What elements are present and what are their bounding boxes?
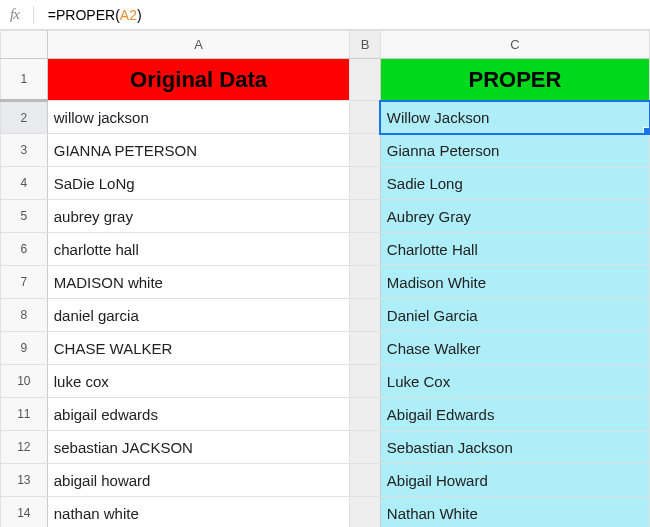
- row-header[interactable]: 1: [1, 59, 48, 101]
- table-row: 9 CHASE WALKER Chase Walker: [1, 332, 650, 365]
- table-row: 13 abigail howard Abigail Howard: [1, 464, 650, 497]
- cell-spacer[interactable]: [350, 134, 380, 167]
- table-row: 14 nathan white Nathan White: [1, 497, 650, 528]
- header-original-data[interactable]: Original Data: [47, 59, 350, 101]
- table-row: 2 willow jackson Willow Jackson: [1, 101, 650, 134]
- cell-spacer[interactable]: [350, 233, 380, 266]
- row-header[interactable]: 11: [1, 398, 48, 431]
- cell-original[interactable]: luke cox: [47, 365, 350, 398]
- cell-spacer[interactable]: [350, 299, 380, 332]
- cell-spacer[interactable]: [350, 431, 380, 464]
- row-header[interactable]: 8: [1, 299, 48, 332]
- spreadsheet-grid[interactable]: A B C 1 Original Data PROPER 2 willow ja…: [0, 30, 650, 527]
- cell-original[interactable]: willow jackson: [47, 101, 350, 134]
- formula-input[interactable]: =PROPER(A2): [48, 7, 142, 23]
- table-row: 5 aubrey gray Aubrey Gray: [1, 200, 650, 233]
- table-row: 3 GIANNA PETERSON Gianna Peterson: [1, 134, 650, 167]
- column-header-b[interactable]: B: [350, 31, 380, 59]
- table-row: 10 luke cox Luke Cox: [1, 365, 650, 398]
- table-row: 12 sebastian JACKSON Sebastian Jackson: [1, 431, 650, 464]
- formula-cell-ref: A2: [120, 7, 137, 23]
- row-header[interactable]: 13: [1, 464, 48, 497]
- table-row: 1 Original Data PROPER: [1, 59, 650, 101]
- cell-proper[interactable]: Abigail Edwards: [380, 398, 649, 431]
- row-header[interactable]: 10: [1, 365, 48, 398]
- cell-spacer[interactable]: [350, 200, 380, 233]
- cell-proper-selected[interactable]: Willow Jackson: [380, 101, 649, 134]
- cell-original[interactable]: charlotte hall: [47, 233, 350, 266]
- formula-suffix: ): [137, 7, 142, 23]
- cell-proper[interactable]: Sadie Long: [380, 167, 649, 200]
- row-header[interactable]: 5: [1, 200, 48, 233]
- table-row: 7 MADISON white Madison White: [1, 266, 650, 299]
- formula-bar[interactable]: fx =PROPER(A2): [0, 0, 650, 30]
- cell-spacer[interactable]: [350, 266, 380, 299]
- cell-original[interactable]: abigail howard: [47, 464, 350, 497]
- cell-proper[interactable]: Abigail Howard: [380, 464, 649, 497]
- table-row: 6 charlotte hall Charlotte Hall: [1, 233, 650, 266]
- cell-original[interactable]: daniel garcia: [47, 299, 350, 332]
- cell-original[interactable]: MADISON white: [47, 266, 350, 299]
- formula-prefix: =PROPER(: [48, 7, 120, 23]
- column-header-a[interactable]: A: [47, 31, 350, 59]
- cell-spacer[interactable]: [350, 167, 380, 200]
- cell-b1[interactable]: [350, 59, 380, 101]
- cell-proper[interactable]: Nathan White: [380, 497, 649, 528]
- cell-original[interactable]: nathan white: [47, 497, 350, 528]
- cell-spacer[interactable]: [350, 497, 380, 528]
- cell-original[interactable]: sebastian JACKSON: [47, 431, 350, 464]
- cell-original[interactable]: abigail edwards: [47, 398, 350, 431]
- column-header-row: A B C: [1, 31, 650, 59]
- column-header-c[interactable]: C: [380, 31, 649, 59]
- cell-original[interactable]: CHASE WALKER: [47, 332, 350, 365]
- row-header[interactable]: 4: [1, 167, 48, 200]
- cell-proper[interactable]: Aubrey Gray: [380, 200, 649, 233]
- cell-proper[interactable]: Sebastian Jackson: [380, 431, 649, 464]
- row-header[interactable]: 7: [1, 266, 48, 299]
- cell-original[interactable]: GIANNA PETERSON: [47, 134, 350, 167]
- row-header[interactable]: 6: [1, 233, 48, 266]
- cell-spacer[interactable]: [350, 332, 380, 365]
- table-row: 4 SaDie LoNg Sadie Long: [1, 167, 650, 200]
- cell-proper[interactable]: Daniel Garcia: [380, 299, 649, 332]
- table-row: 8 daniel garcia Daniel Garcia: [1, 299, 650, 332]
- cell-proper[interactable]: Madison White: [380, 266, 649, 299]
- cell-proper[interactable]: Charlotte Hall: [380, 233, 649, 266]
- formula-bar-divider: [33, 6, 34, 24]
- row-header[interactable]: 3: [1, 134, 48, 167]
- table-row: 11 abigail edwards Abigail Edwards: [1, 398, 650, 431]
- cell-original[interactable]: SaDie LoNg: [47, 167, 350, 200]
- header-proper[interactable]: PROPER: [380, 59, 649, 101]
- row-header[interactable]: 9: [1, 332, 48, 365]
- row-header[interactable]: 2: [1, 101, 48, 134]
- cell-original[interactable]: aubrey gray: [47, 200, 350, 233]
- select-all-corner[interactable]: [1, 31, 48, 59]
- cell-proper[interactable]: Chase Walker: [380, 332, 649, 365]
- row-header[interactable]: 14: [1, 497, 48, 528]
- cell-spacer[interactable]: [350, 365, 380, 398]
- cell-spacer[interactable]: [350, 464, 380, 497]
- cell-spacer[interactable]: [350, 101, 380, 134]
- fx-icon: fx: [10, 6, 19, 23]
- cell-proper[interactable]: Gianna Peterson: [380, 134, 649, 167]
- row-header[interactable]: 12: [1, 431, 48, 464]
- cell-spacer[interactable]: [350, 398, 380, 431]
- cell-proper[interactable]: Luke Cox: [380, 365, 649, 398]
